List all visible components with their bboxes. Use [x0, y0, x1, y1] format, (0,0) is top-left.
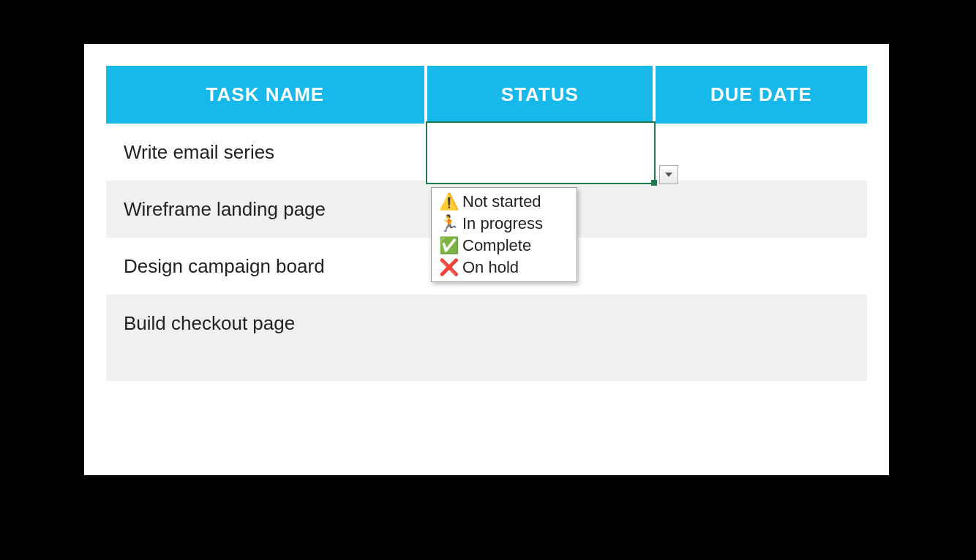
- dropdown-trigger[interactable]: [659, 165, 678, 184]
- due-cell[interactable]: [654, 181, 867, 238]
- table-row: Build checkout page: [106, 295, 867, 352]
- dropdown-option-complete[interactable]: ✅ Complete: [432, 235, 577, 257]
- svg-marker-0: [665, 173, 672, 177]
- dropdown-option-on-hold[interactable]: ❌ On hold: [432, 257, 577, 279]
- table-row: Write email series: [106, 124, 867, 181]
- status-cell[interactable]: [426, 124, 654, 181]
- due-cell[interactable]: [654, 124, 867, 181]
- due-cell[interactable]: [654, 238, 867, 295]
- task-cell[interactable]: Write email series: [106, 124, 426, 181]
- check-icon: ✅: [439, 236, 458, 255]
- chevron-down-icon: [664, 172, 673, 178]
- status-dropdown-list[interactable]: ⚠️ Not started 🏃 In progress ✅ Complete …: [431, 187, 577, 282]
- spreadsheet-panel: TASK NAME STATUS DUE DATE Write email se…: [84, 44, 889, 475]
- empty-cell[interactable]: [426, 352, 654, 381]
- header-due-date[interactable]: DUE DATE: [654, 66, 867, 124]
- empty-cell[interactable]: [654, 352, 867, 381]
- dropdown-option-in-progress[interactable]: 🏃 In progress: [432, 213, 577, 235]
- task-cell[interactable]: Design campaign board: [106, 238, 426, 295]
- dropdown-option-label: In progress: [462, 214, 543, 233]
- task-cell[interactable]: Build checkout page: [106, 295, 426, 352]
- empty-cell[interactable]: [106, 352, 426, 381]
- header-row: TASK NAME STATUS DUE DATE: [106, 66, 867, 124]
- cross-icon: ❌: [439, 258, 458, 277]
- warning-icon: ⚠️: [439, 192, 458, 211]
- running-icon: 🏃: [439, 214, 458, 233]
- dropdown-option-label: Complete: [462, 236, 531, 255]
- table-row-empty: [106, 352, 867, 381]
- dropdown-option-not-started[interactable]: ⚠️ Not started: [432, 191, 577, 213]
- task-cell[interactable]: Wireframe landing page: [106, 181, 426, 238]
- header-task-name[interactable]: TASK NAME: [106, 66, 426, 124]
- dropdown-option-label: Not started: [462, 192, 541, 211]
- status-cell[interactable]: [426, 295, 654, 352]
- dropdown-option-label: On hold: [462, 258, 519, 277]
- header-status[interactable]: STATUS: [426, 66, 654, 124]
- due-cell[interactable]: [654, 295, 867, 352]
